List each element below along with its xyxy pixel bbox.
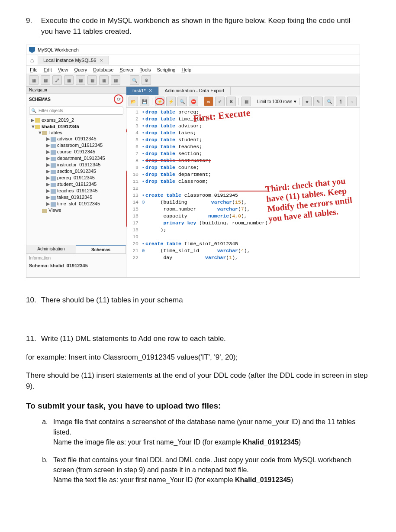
menu-bar: FFileile Edit View Query Database Server… (26, 66, 360, 74)
home-tab[interactable]: ⌂ (26, 55, 38, 65)
editor-tab-dataexport[interactable]: Administration - Data Export (159, 87, 231, 95)
toolbar-button[interactable]: ▦ (111, 75, 120, 85)
submission-list: Image file that contains a screenshot of… (50, 417, 370, 485)
information-pane: Information Schema: khalid_01912345 (26, 253, 126, 277)
schema-info: Schema: khalid_01912345 (29, 263, 123, 268)
code-line: 16 capacity numeric(4,0), (126, 213, 360, 220)
toolbar-button[interactable]: 🔍 (130, 75, 139, 85)
tab-schemas[interactable]: Schemas (76, 245, 126, 253)
tree-db-active[interactable]: ▼khalid_01912345 (26, 123, 126, 130)
mysql-workbench-screenshot: First: Execute Second: refresh Third: ch… (26, 45, 360, 278)
execute-button[interactable]: ⚡ (155, 97, 164, 106)
information-label: Information (29, 256, 123, 260)
toolbar-button[interactable]: ⚙ (142, 75, 151, 85)
menu-query[interactable]: Query (74, 67, 87, 72)
menu-view[interactable]: View (58, 67, 68, 72)
filter-row: 🔍 (26, 105, 126, 116)
tree-db[interactable]: ▶exams_2019_2 (26, 117, 126, 123)
execute-step-button[interactable]: ⚡ (166, 97, 176, 106)
close-icon[interactable]: ✕ (100, 58, 103, 63)
editor-tab-task1[interactable]: task1*✕ (126, 87, 159, 95)
code-line: 14⊖ (building varchar(15), (126, 199, 360, 206)
close-icon[interactable]: ✕ (148, 88, 152, 94)
code-area[interactable]: 1•drop table prereq;2•drop table time_sl… (126, 108, 360, 277)
code-line: 8•drop table instructor; (126, 157, 360, 164)
code-line: 2•drop table time_slot; (126, 116, 360, 123)
navigator-header: Navigator (26, 87, 126, 94)
code-line: 19 (126, 234, 360, 240)
step-9-text: Execute the code in MySQL workbench as s… (41, 16, 357, 37)
code-line: 17 primary key (building, room_number) (126, 220, 360, 227)
toolbar-button[interactable]: ★ (302, 97, 312, 106)
window-title: MySQL Workbench (38, 47, 79, 52)
save-button[interactable]: 💾 (140, 97, 149, 106)
tree-table-item[interactable]: ▶student_01912345 (26, 181, 126, 188)
schemas-header-row: SCHEMAS ⟳ (26, 94, 126, 105)
tree-table-item[interactable]: ▶instructor_01912345 (26, 162, 126, 168)
toolbar-button[interactable]: ▦ (41, 75, 50, 85)
tree-table-item[interactable]: ▶advisor_01912345 (26, 136, 126, 142)
toolbar-button[interactable]: ¶ (336, 97, 345, 106)
tree-table-item[interactable]: ▶department_01912345 (26, 155, 126, 162)
toolbar-button[interactable]: 🔍 (325, 97, 334, 106)
schema-tree[interactable]: ▶exams_2019_2 ▼khalid_01912345 ▼Tables ▶… (26, 116, 126, 245)
window-titlebar: MySQL Workbench (26, 45, 360, 55)
code-line: 12 (126, 185, 360, 192)
tree-table-item[interactable]: ▶time_slot_01912345 (26, 201, 126, 207)
step-9-num: 9. (26, 16, 39, 26)
example-line: for example: Insert into Classroom_01912… (26, 352, 370, 363)
main-toolbar: ▦ ▦ 🖉 ▦ ▦ ▦ ▦ ▦ 🔍 ⚙ (26, 74, 360, 87)
sql-editor: task1*✕ Administration - Data Export 📂 💾… (126, 87, 360, 277)
toolbar-button[interactable]: ▦ (64, 75, 74, 85)
menu-help[interactable]: Help (181, 67, 191, 72)
toolbar-button[interactable]: ▦ (241, 97, 251, 106)
menu-scripting[interactable]: Scripting (157, 67, 176, 72)
code-line: 6•drop table teaches; (126, 143, 360, 150)
code-line: 9•drop table course; (126, 164, 360, 171)
explain-button[interactable]: 🔍 (177, 97, 187, 106)
toolbar-button[interactable]: ✔ (215, 97, 225, 106)
code-line: 1•drop table prereq; (126, 109, 360, 116)
editor-tabs: task1*✕ Administration - Data Export (126, 87, 360, 95)
tree-table-item[interactable]: ▶course_01912345 (26, 149, 126, 155)
toolbar-button[interactable]: ▦ (76, 75, 85, 85)
toolbar-button[interactable]: ▦ (29, 75, 39, 85)
step-10-num: 10. (26, 295, 39, 306)
code-line: 3•drop table advisor; (126, 123, 360, 130)
tree-table-item[interactable]: ▶classroom_01912345 (26, 142, 126, 149)
tree-table-item[interactable]: ▶takes_01912345 (26, 194, 126, 201)
schemas-label: SCHEMAS (29, 97, 51, 102)
refresh-icon[interactable]: ⟳ (114, 94, 123, 104)
stop-button[interactable]: ⛔ (189, 97, 198, 106)
toolbar-button[interactable]: ✖ (226, 97, 236, 106)
open-file-button[interactable]: 📂 (129, 97, 138, 106)
toolbar-button[interactable]: ↔ (347, 97, 357, 106)
menu-database[interactable]: Database (93, 67, 113, 72)
tree-table-item[interactable]: ▶prereq_01912345 (26, 175, 126, 181)
menu-tools[interactable]: Tools (140, 67, 151, 72)
filter-objects-input[interactable] (38, 107, 121, 114)
menu-server[interactable]: Server (119, 67, 133, 72)
submission-item-b: Text file that contains your final DDL a… (50, 455, 370, 485)
toolbar-button[interactable]: ✎ (313, 97, 323, 106)
after-example: There should be (11) insert statements a… (26, 370, 370, 392)
menu-edit[interactable]: Edit (44, 67, 52, 72)
submit-heading: To submit your task, you have to upload … (26, 401, 370, 411)
tree-views-folder[interactable]: Views (26, 207, 126, 213)
toolbar-button[interactable]: ▦ (99, 75, 109, 85)
connection-tab[interactable]: Local instance MySQL56 ✕ (38, 56, 109, 65)
menu-file[interactable]: FFileile (30, 67, 38, 72)
tab-administration[interactable]: Administration (26, 245, 76, 253)
code-line: 4•drop table takes; (126, 130, 360, 136)
tree-table-item[interactable]: ▶teaches_01912345 (26, 188, 126, 194)
submission-item-a: Image file that contains a screenshot of… (50, 417, 370, 447)
tree-tables-folder[interactable]: ▼Tables (26, 130, 126, 136)
tree-table-item[interactable]: ▶section_01912345 (26, 168, 126, 175)
code-line: 5•drop table student; (126, 136, 360, 143)
navigator-sidebar: Navigator SCHEMAS ⟳ 🔍 ▶exams_2019_2 ▼kha… (26, 87, 126, 277)
toolbar-button[interactable]: 🖉 (52, 75, 62, 85)
toolbar-button[interactable]: ▦ (87, 75, 97, 85)
dropdown-icon[interactable]: ▾ (294, 99, 296, 104)
toolbar-button[interactable]: ∞ (204, 97, 213, 106)
code-line: 13•create table classroom_01912345 (126, 192, 360, 199)
